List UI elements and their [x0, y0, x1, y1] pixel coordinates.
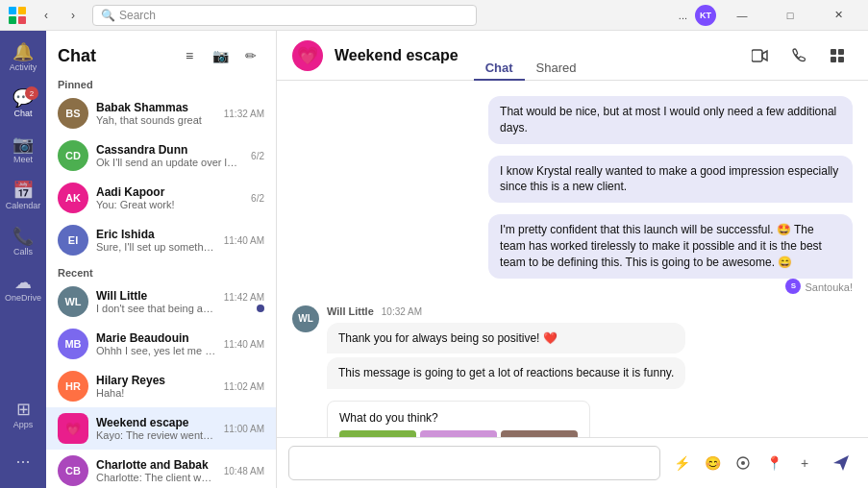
message-sent: I know Krystal really wanted to make a g…	[488, 156, 853, 204]
chat-meta: 11:32 AM	[224, 109, 264, 119]
attach-icon	[735, 455, 751, 471]
chat-meta: 11:00 AM	[224, 424, 264, 434]
location-button[interactable]: 📍	[760, 450, 787, 476]
abstract-image	[420, 430, 497, 437]
new-chat-button[interactable]: ✏	[237, 42, 264, 69]
avatar: WL	[58, 286, 88, 317]
chat-preview: Ok I'll send an update over later	[96, 157, 243, 168]
chat-meta: 11:40 AM	[224, 339, 264, 350]
svg-rect-18	[501, 430, 578, 437]
filter-button[interactable]: ≡	[176, 42, 203, 69]
chat-main: 💗 Weekend escape Chat Shared	[277, 31, 868, 488]
svg-rect-3	[18, 16, 26, 24]
chat-meta: 11:40 AM	[224, 235, 264, 246]
sidebar-item-meet[interactable]: 📷 Meet	[4, 127, 42, 173]
avatar: MB	[58, 329, 88, 359]
sidebar-item-calendar[interactable]: 📅 Calendar	[4, 173, 42, 219]
search-bar[interactable]: 🔍 Search	[92, 5, 477, 26]
image-cell	[339, 430, 416, 437]
video-call-button[interactable]	[745, 40, 776, 71]
author-name: Santouka!	[805, 281, 853, 293]
list-item[interactable]: WL Will Little I don't see that being an…	[46, 281, 276, 323]
flower-image	[339, 430, 416, 437]
chat-time: 11:40 AM	[224, 339, 264, 350]
chat-meta: 10:48 AM	[224, 466, 264, 476]
chat-time: 11:40 AM	[224, 235, 264, 246]
pinned-label: Pinned	[46, 73, 276, 92]
close-button[interactable]: ✕	[816, 0, 860, 31]
back-button[interactable]: ‹	[35, 4, 58, 27]
plus-button[interactable]: +	[791, 450, 818, 476]
messages-area: That would be nice, but at most I would …	[277, 81, 868, 437]
chat-time: 10:48 AM	[224, 466, 264, 476]
calls-label: Calls	[13, 247, 33, 256]
chat-name: Weekend escape	[96, 416, 216, 429]
send-icon	[831, 453, 851, 473]
list-item[interactable]: BS Babak Shammas Yah, that sounds great …	[46, 92, 276, 134]
list-item[interactable]: CD Cassandra Dunn Ok I'll send an update…	[46, 134, 276, 177]
list-item[interactable]: CB Charlotte and Babak Charlotte: The cl…	[46, 450, 276, 488]
chat-info: Eric Ishida Sure, I'll set up something …	[96, 228, 216, 253]
tab-shared[interactable]: Shared	[525, 57, 588, 81]
list-item[interactable]: MB Marie Beaudouin Ohhh I see, yes let m…	[46, 323, 276, 365]
chat-info: Weekend escape Kayo: The review went rea…	[96, 416, 216, 441]
app-logo	[8, 6, 27, 25]
activity-label: Activity	[10, 62, 37, 72]
chat-name: Aadi Kapoor	[96, 185, 243, 199]
audio-call-button[interactable]	[783, 40, 814, 71]
list-item[interactable]: 💗 Weekend escape Kayo: The review went r…	[46, 407, 276, 450]
send-button[interactable]	[826, 448, 856, 478]
attach-button[interactable]	[730, 450, 756, 476]
chat-name: Will Little	[96, 289, 216, 303]
title-bar-actions: ... KT — □ ✕	[675, 0, 860, 31]
list-item[interactable]: AK Aadi Kapoor You: Great work! 6/2	[46, 177, 276, 219]
chat-list-title: Chat	[58, 46, 96, 66]
image-cell	[420, 430, 497, 437]
minimize-button[interactable]: —	[720, 0, 764, 31]
chat-list-panel: Chat ≡ 📷 ✏ Pinned BS Babak Shammas Yah, …	[46, 31, 277, 488]
main-layout: 🔔 Activity 2 💬 Chat 📷 Meet 📅 Calendar 📞 …	[0, 31, 868, 488]
forward-button[interactable]: ›	[62, 4, 85, 27]
sender-avatar: WL	[292, 305, 319, 332]
sidebar-item-activity[interactable]: 🔔 Activity	[4, 35, 42, 81]
svg-rect-14	[420, 430, 497, 437]
sidebar-item-calls[interactable]: 📞 Calls	[4, 219, 42, 265]
maximize-button[interactable]: □	[768, 0, 812, 31]
more-options-button[interactable]	[822, 40, 853, 71]
video-new-button[interactable]: 📷	[207, 42, 234, 69]
image-cell	[501, 430, 578, 437]
chat-time: 6/2	[251, 151, 264, 161]
dots-menu[interactable]: ...	[675, 8, 691, 23]
sidebar-item-onedrive[interactable]: ☁ OneDrive	[4, 265, 42, 311]
avatar: AK	[58, 183, 88, 213]
svg-rect-1	[18, 7, 26, 14]
svg-rect-2	[9, 16, 16, 24]
input-actions: ⚡ 😊 📍 +	[668, 450, 818, 476]
sidebar-item-apps[interactable]: ⊞ Apps	[4, 392, 42, 438]
message-input[interactable]	[288, 446, 660, 480]
list-item[interactable]: EI Eric Ishida Sure, I'll set up somethi…	[46, 219, 276, 261]
chat-info: Hilary Reyes Haha!	[96, 374, 216, 399]
message-sent: I'm pretty confident that this launch wi…	[488, 214, 853, 293]
calendar-label: Calendar	[6, 201, 41, 210]
chat-info: Charlotte and Babak Charlotte: The clien…	[96, 458, 216, 483]
search-icon: 🔍	[101, 9, 115, 22]
chat-time: 11:32 AM	[224, 109, 264, 119]
user-avatar[interactable]: KT	[695, 5, 716, 26]
onedrive-label: OneDrive	[5, 293, 41, 303]
message-bubble: I'm pretty confident that this launch wi…	[488, 214, 853, 278]
sidebar-item-chat[interactable]: 2 💬 Chat	[4, 81, 42, 127]
emoji-button[interactable]: 😊	[699, 450, 726, 476]
author-avatar: S	[785, 279, 801, 294]
chat-preview: Sure, I'll set up something for next wee…	[96, 241, 216, 253]
chat-preview: You: Great work!	[96, 199, 243, 210]
sidebar-item-more[interactable]: ···	[4, 438, 42, 484]
list-item[interactable]: HR Hilary Reyes Haha! 11:02 AM	[46, 365, 276, 407]
onedrive-icon: ☁	[14, 274, 32, 291]
message-received-images: What do you think?	[292, 401, 853, 437]
more-icon: ···	[15, 452, 30, 470]
group-avatar: 💗	[292, 40, 323, 71]
lightning-button[interactable]: ⚡	[668, 450, 695, 476]
tab-chat[interactable]: Chat	[474, 57, 525, 81]
apps-icon: ⊞	[16, 401, 31, 418]
